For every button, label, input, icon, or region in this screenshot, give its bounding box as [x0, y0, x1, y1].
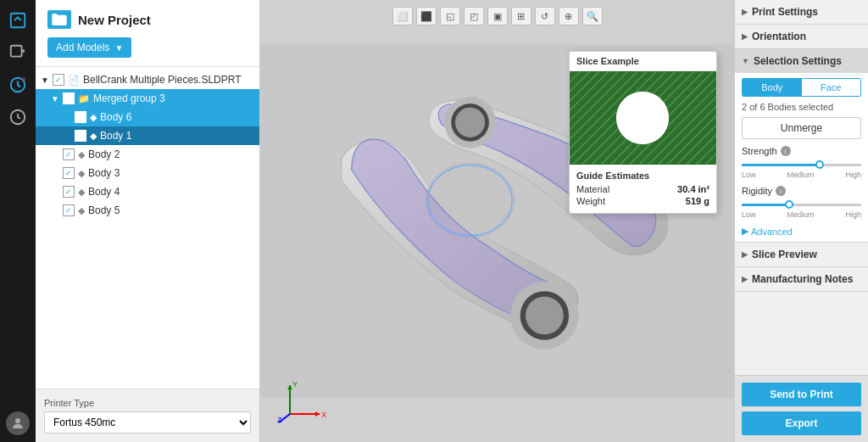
- strength-slider-labels: Low Medium High: [742, 171, 861, 179]
- tree-row-body3[interactable]: ▶ ✓ ◆ Body 3: [36, 164, 259, 182]
- guide-estimates-title: Guide Estimates: [576, 171, 709, 181]
- print-settings-section: ▶ Print Settings: [735, 0, 868, 25]
- toolbar-icon-2[interactable]: ⬛: [416, 7, 437, 25]
- printer-section: Printer Type Fortus 450mc: [36, 389, 259, 442]
- check-body5[interactable]: ✓: [63, 204, 75, 216]
- rigidity-info-icon[interactable]: i: [776, 186, 786, 196]
- toolbar-icon-5[interactable]: ▣: [487, 7, 508, 25]
- axes-indicator: X Y Z: [277, 378, 328, 425]
- orientation-header[interactable]: ▶ Orientation: [735, 25, 868, 48]
- file-icon: 📄: [68, 75, 80, 86]
- slice-popup: Slice Example Guide Estimates Mate: [569, 51, 717, 214]
- view-toolbar: ⬜ ⬛ ◱ ◰ ▣ ⊞ ↺ ⊕ 🔍: [260, 7, 734, 25]
- check-body2[interactable]: ✓: [63, 148, 75, 160]
- svg-text:X: X: [321, 411, 326, 419]
- check-group[interactable]: ✓: [63, 92, 75, 104]
- manufacturing-notes-header[interactable]: ▶ Manufacturing Notes: [735, 267, 868, 291]
- printer-label: Printer Type: [44, 398, 251, 408]
- strength-fill: [742, 164, 820, 166]
- strength-info-icon[interactable]: i: [781, 146, 791, 156]
- rigidity-medium: Medium: [787, 210, 814, 219]
- advanced-arrow: ▶: [742, 226, 748, 237]
- add-models-arrow: ▼: [114, 43, 123, 53]
- face-tab[interactable]: Face: [802, 79, 861, 96]
- check-body6[interactable]: ✓: [75, 111, 86, 123]
- check-root[interactable]: ✓: [53, 74, 64, 86]
- strength-track[interactable]: [742, 159, 861, 171]
- rigidity-fill: [742, 204, 789, 206]
- weight-label: Weight: [576, 196, 605, 206]
- svg-point-10: [455, 108, 485, 137]
- tree-area: ▼ ✓ 📄 BellCrank Multiple Pieces.SLDPRT ▼…: [36, 67, 259, 389]
- slice-preview-header[interactable]: ▶ Slice Preview: [735, 243, 868, 266]
- add-project-icon[interactable]: [4, 39, 31, 66]
- selection-settings-content: Body Face 2 of 6 Bodies selected Unmerge…: [735, 73, 868, 242]
- add-models-button[interactable]: Add Models ▼: [47, 37, 131, 58]
- rigidity-slider-labels: Low Medium High: [742, 210, 861, 219]
- toolbar-icon-8[interactable]: ⊕: [559, 7, 579, 25]
- rigidity-thumb[interactable]: [785, 200, 793, 209]
- check-body1[interactable]: ✓: [75, 130, 86, 142]
- expand-group: ▼: [51, 94, 61, 104]
- body-tab[interactable]: Body: [743, 79, 802, 96]
- right-bottom: Send to Print Export: [735, 375, 868, 442]
- rigidity-high: High: [845, 210, 861, 219]
- strength-low: Low: [742, 171, 756, 179]
- toolbar-icon-7[interactable]: ↺: [535, 7, 555, 25]
- rigidity-label: Rigidity i: [742, 186, 861, 196]
- check-body4[interactable]: ✓: [63, 186, 75, 198]
- tree-row-body1[interactable]: ▶ ✓ ◆ Body 1: [36, 126, 259, 145]
- toolbar-icon-1[interactable]: ⬜: [392, 7, 413, 25]
- tree-row-body4[interactable]: ▶ ✓ ◆ Body 4: [36, 182, 259, 201]
- project-header: New Project Add Models ▼: [36, 0, 259, 67]
- selection-settings-header[interactable]: ▼ Selection Settings: [735, 49, 868, 73]
- rigidity-label-text: Rigidity: [742, 186, 772, 196]
- print-settings-label: Print Settings: [752, 6, 818, 18]
- export-button[interactable]: Export: [742, 411, 861, 435]
- tree-row-body5[interactable]: ▶ ✓ ◆ Body 5: [36, 201, 259, 220]
- body5-label: Body 5: [88, 204, 120, 216]
- strength-thumb[interactable]: [815, 160, 824, 169]
- clock-icon[interactable]: 3: [4, 71, 31, 98]
- main-view: ⬜ ⬛ ◱ ◰ ▣ ⊞ ↺ ⊕ 🔍: [260, 0, 734, 442]
- printer-select[interactable]: Fortus 450mc: [44, 411, 251, 434]
- strength-label-text: Strength: [742, 146, 777, 156]
- svg-text:3: 3: [23, 76, 26, 82]
- orientation-label: Orientation: [752, 31, 806, 42]
- svg-rect-0: [11, 14, 25, 28]
- toolbar-icon-9[interactable]: 🔍: [582, 7, 603, 25]
- svg-text:Z: Z: [277, 416, 282, 424]
- advanced-link[interactable]: ▶ Advanced: [742, 226, 861, 237]
- svg-rect-1: [11, 46, 22, 57]
- user-avatar[interactable]: [6, 411, 30, 435]
- guide-estimates: Guide Estimates Material 30.4 in³ Weight…: [570, 165, 716, 213]
- toolbar-icon-3[interactable]: ◱: [440, 7, 460, 25]
- tree-row-body2[interactable]: ▶ ✓ ◆ Body 2: [36, 145, 259, 164]
- toolbar-icon-6[interactable]: ⊞: [511, 7, 531, 25]
- project-title: New Project: [78, 13, 151, 27]
- guide-weight-row: Weight 519 g: [576, 196, 709, 206]
- left-sidebar: 3: [0, 0, 36, 442]
- orientation-arrow: ▶: [742, 32, 748, 41]
- right-panel: ▶ Print Settings ▶ Orientation ▼ Selecti…: [734, 0, 868, 442]
- check-body3[interactable]: ✓: [63, 167, 75, 179]
- svg-point-5: [15, 418, 20, 423]
- guide-material-row: Material 30.4 in³: [576, 184, 709, 194]
- body4-label: Body 4: [88, 186, 120, 198]
- rigidity-low: Low: [742, 210, 756, 219]
- svg-text:Y: Y: [292, 380, 298, 389]
- home-icon[interactable]: [4, 7, 31, 34]
- history-icon[interactable]: [4, 104, 31, 131]
- tree-row-body6[interactable]: ▶ ✓ ◆ Body 6: [36, 108, 259, 126]
- rigidity-track[interactable]: [742, 199, 861, 210]
- print-settings-header[interactable]: ▶ Print Settings: [735, 0, 868, 24]
- toolbar-icon-4[interactable]: ◰: [464, 7, 484, 25]
- rigidity-slider-row: Rigidity i Low Medium High: [742, 186, 861, 219]
- send-to-print-button[interactable]: Send to Print: [742, 383, 861, 406]
- tree-row-root[interactable]: ▼ ✓ 📄 BellCrank Multiple Pieces.SLDPRT: [36, 70, 259, 89]
- project-folder-icon: [47, 10, 71, 29]
- tree-row-group[interactable]: ▼ ✓ 📁 Merged group 3: [36, 89, 259, 108]
- unmerge-button[interactable]: Unmerge: [742, 117, 861, 139]
- print-settings-arrow: ▶: [742, 8, 748, 16]
- body3-icon: ◆: [78, 168, 85, 179]
